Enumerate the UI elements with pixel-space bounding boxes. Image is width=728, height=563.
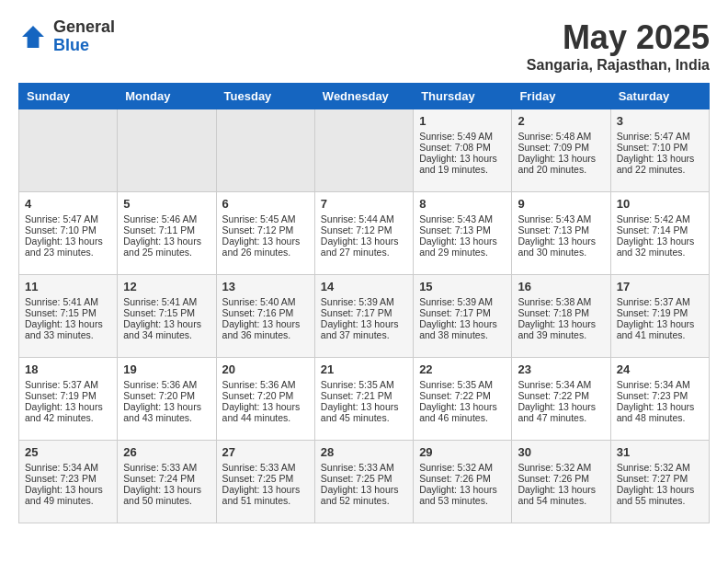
day-number: 26 [123,445,210,459]
calendar-cell: 31Sunrise: 5:32 AMSunset: 7:27 PMDayligh… [610,441,709,523]
calendar-cell [314,109,413,192]
calendar-table: SundayMondayTuesdayWednesdayThursdayFrid… [18,83,710,523]
day-info: Sunset: 7:23 PM [25,473,111,484]
logo-blue: Blue [53,37,115,55]
day-info: Daylight: 13 hours [123,318,210,329]
day-info: Sunset: 7:27 PM [617,473,703,484]
day-info: Sunset: 7:09 PM [518,142,604,153]
day-info: Daylight: 13 hours [321,236,407,247]
calendar-cell: 11Sunrise: 5:41 AMSunset: 7:15 PMDayligh… [19,275,118,358]
day-info: Sunrise: 5:32 AM [518,462,604,473]
calendar-cell: 1Sunrise: 5:49 AMSunset: 7:08 PMDaylight… [414,109,512,192]
day-info: Daylight: 13 hours [518,401,604,412]
day-info: Sunset: 7:14 PM [617,224,703,236]
day-number: 30 [518,445,604,459]
logo-text: General Blue [53,18,115,55]
calendar-cell: 8Sunrise: 5:43 AMSunset: 7:13 PMDaylight… [414,192,512,275]
day-info: and 34 minutes. [123,329,210,340]
day-info: Sunset: 7:12 PM [321,224,407,236]
day-info: Sunrise: 5:40 AM [222,296,309,307]
day-number: 29 [419,445,506,459]
day-info: and 52 minutes. [321,495,407,506]
calendar-cell: 21Sunrise: 5:35 AMSunset: 7:21 PMDayligh… [314,358,413,441]
calendar-cell: 24Sunrise: 5:34 AMSunset: 7:23 PMDayligh… [610,358,709,441]
day-info: and 51 minutes. [222,495,309,506]
day-info: Sunrise: 5:36 AM [222,379,309,390]
day-info: Daylight: 13 hours [222,401,309,412]
day-info: Sunrise: 5:48 AM [518,131,604,142]
day-info: Daylight: 13 hours [617,401,703,412]
day-number: 5 [123,197,210,211]
day-info: and 43 minutes. [123,412,210,423]
week-row-1: 1Sunrise: 5:49 AMSunset: 7:08 PMDaylight… [19,109,710,192]
day-info: and 46 minutes. [419,412,506,423]
day-info: Daylight: 13 hours [617,236,703,247]
title-block: May 2025 Sangaria, Rajasthan, India [527,18,710,74]
day-info: Daylight: 13 hours [25,318,111,329]
calendar-cell: 28Sunrise: 5:33 AMSunset: 7:25 PMDayligh… [314,441,413,523]
page-header: General Blue May 2025 Sangaria, Rajastha… [18,18,710,74]
calendar-cell: 17Sunrise: 5:37 AMSunset: 7:19 PMDayligh… [610,275,709,358]
day-info: Sunrise: 5:36 AM [123,379,210,390]
day-info: and 26 minutes. [222,247,309,258]
day-info: Daylight: 13 hours [518,484,604,495]
calendar-cell: 7Sunrise: 5:44 AMSunset: 7:12 PMDaylight… [314,192,413,275]
day-info: Sunrise: 5:45 AM [222,213,309,224]
day-info: and 50 minutes. [123,495,210,506]
day-info: Sunrise: 5:47 AM [25,213,111,224]
day-info: Sunset: 7:25 PM [222,473,309,484]
calendar-cell [118,109,216,192]
svg-marker-0 [22,26,44,48]
day-info: Daylight: 13 hours [123,401,210,412]
calendar-cell: 10Sunrise: 5:42 AMSunset: 7:14 PMDayligh… [610,192,709,275]
day-info: Sunset: 7:20 PM [222,390,309,401]
day-info: Daylight: 13 hours [25,236,111,247]
calendar-cell: 19Sunrise: 5:36 AMSunset: 7:20 PMDayligh… [118,358,216,441]
day-info: and 44 minutes. [222,412,309,423]
day-number: 4 [25,197,111,211]
day-info: Daylight: 13 hours [617,153,703,164]
day-number: 7 [321,197,407,211]
day-info: Daylight: 13 hours [222,484,309,495]
day-info: Sunrise: 5:46 AM [123,213,210,224]
day-info: Sunset: 7:10 PM [617,142,703,153]
day-info: Daylight: 13 hours [25,484,111,495]
location: Sangaria, Rajasthan, India [527,57,710,74]
day-info: and 42 minutes. [25,412,111,423]
calendar-cell: 6Sunrise: 5:45 AMSunset: 7:12 PMDaylight… [216,192,314,275]
logo-general: General [53,18,115,37]
day-info: and 41 minutes. [617,329,703,340]
day-number: 2 [518,114,604,128]
day-info: and 48 minutes. [617,412,703,423]
header-monday: Monday [118,84,216,109]
day-info: Sunrise: 5:32 AM [419,462,506,473]
day-number: 13 [222,280,309,293]
day-info: Sunset: 7:19 PM [617,307,703,318]
day-info: Sunrise: 5:37 AM [25,379,111,390]
day-info: Sunrise: 5:37 AM [617,296,703,307]
day-info: Sunrise: 5:33 AM [123,462,210,473]
day-info: Sunrise: 5:39 AM [321,296,407,307]
calendar-cell: 23Sunrise: 5:34 AMSunset: 7:22 PMDayligh… [512,358,610,441]
day-info: Sunrise: 5:42 AM [617,213,703,224]
day-number: 10 [617,197,703,211]
day-number: 31 [617,445,703,459]
header-thursday: Thursday [414,84,512,109]
day-info: Sunset: 7:12 PM [222,224,309,236]
day-info: Sunset: 7:21 PM [321,390,407,401]
calendar-cell: 18Sunrise: 5:37 AMSunset: 7:19 PMDayligh… [19,358,118,441]
day-info: Sunset: 7:26 PM [518,473,604,484]
month-title: May 2025 [527,18,710,57]
calendar-cell: 13Sunrise: 5:40 AMSunset: 7:16 PMDayligh… [216,275,314,358]
day-info: Sunset: 7:11 PM [123,224,210,236]
day-info: and 32 minutes. [617,247,703,258]
day-number: 11 [25,280,111,293]
calendar-cell: 16Sunrise: 5:38 AMSunset: 7:18 PMDayligh… [512,275,610,358]
logo-icon [18,22,48,52]
day-info: Sunrise: 5:44 AM [321,213,407,224]
day-info: and 54 minutes. [518,495,604,506]
day-info: Daylight: 13 hours [321,484,407,495]
day-info: Sunrise: 5:34 AM [617,379,703,390]
day-info: Sunset: 7:22 PM [419,390,506,401]
calendar-cell: 26Sunrise: 5:33 AMSunset: 7:24 PMDayligh… [118,441,216,523]
